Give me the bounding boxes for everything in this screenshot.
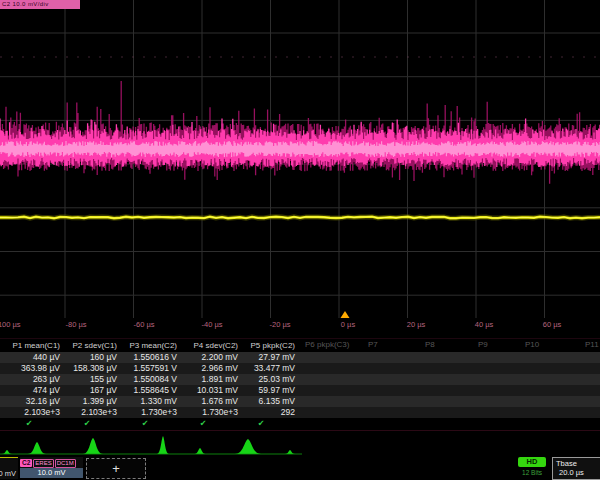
channel-descriptor-c2[interactable]: C2 ERES DC1M 10.0 mV [20, 457, 83, 478]
measure-row: 263 µV155 µV1.550084 V1.891 mV25.03 mV [0, 374, 600, 385]
c2-scale-value: 10.0 mV [20, 468, 83, 478]
param-header-p4[interactable]: P4 sdev(C2) [178, 340, 239, 352]
measure-row: 363.98 µV158.308 µV1.557591 V2.966 mV33.… [0, 363, 600, 374]
time-axis-label: -80 µs [66, 320, 87, 329]
hd-mode-badge[interactable]: HD [518, 457, 546, 467]
measurement-value: 1.676 mV [178, 396, 239, 407]
time-axis-label: -20 µs [270, 320, 291, 329]
measurement-value: 2.200 mV [178, 352, 239, 363]
measurement-value: 1.330 mV [118, 396, 178, 407]
measurement-value: 2.966 mV [178, 363, 239, 374]
measure-row: 474 µV167 µV1.558645 V10.031 mV59.97 mV [0, 385, 600, 396]
timebase-scale-value: 20.0 µs [553, 468, 600, 477]
descriptor-bar: DC1M 10.0 mV C2 ERES DC1M 10.0 mV + HD 1… [0, 456, 600, 480]
trace-c2 [0, 141, 600, 157]
param-header-p11-inactive[interactable]: P11 [585, 340, 599, 349]
c2-channel-badge: C2 [20, 459, 32, 467]
time-axis: -100 µs-80 µs-60 µs-40 µs-20 µs0 µs20 µs… [0, 320, 600, 334]
measurement-value: 33.477 mV [239, 363, 296, 374]
time-axis-label: -40 µs [202, 320, 223, 329]
param-header-p7-inactive[interactable]: P7 [368, 340, 378, 349]
measurement-value: 1.891 mV [178, 374, 239, 385]
measurement-value: 25.03 mV [239, 374, 296, 385]
time-axis-label: -100 µs [0, 320, 21, 329]
measurement-value: 2.103e+3 [61, 407, 118, 418]
param-header-p9-inactive[interactable]: P9 [478, 340, 488, 349]
param-header-p1[interactable]: P1 mean(C1) [0, 340, 61, 352]
hd-bits-label: 12 Bits [515, 469, 549, 476]
time-axis-label: 60 µs [543, 320, 562, 329]
param-header-p3[interactable]: P3 mean(C2) [118, 340, 178, 352]
param-header-row: P1 mean(C1)P2 sdev(C1)P3 mean(C2)P4 sdev… [0, 340, 600, 352]
measure-table: P1 mean(C1)P2 sdev(C1)P3 mean(C2)P4 sdev… [0, 340, 600, 430]
measurement-value: 263 µV [0, 374, 61, 385]
measurement-value: 32.16 µV [0, 396, 61, 407]
c1-descriptor-content: DC1M 10.0 mV [0, 458, 18, 479]
measurement-value: 2.103e+3 [0, 407, 61, 418]
table-top-separator [0, 338, 600, 339]
measurement-value: 1.730e+3 [178, 407, 239, 418]
measurement-value: 6.135 mV [239, 396, 296, 407]
status-check-icon: ✔ [0, 418, 58, 429]
histogram-trace [2, 436, 295, 454]
trace-label-c2[interactable]: C2 10.0 mV/div [0, 0, 80, 9]
measurement-value: 1.550084 V [118, 374, 178, 385]
measurement-value: 363.98 µV [0, 363, 61, 374]
param-header-p10-inactive[interactable]: P10 [525, 340, 539, 349]
measure-row: 2.103e+32.103e+31.730e+31.730e+3292 [0, 407, 600, 418]
measurement-value: 1.557591 V [118, 363, 178, 374]
param-header-p5[interactable]: P5 pkpk(C2) [239, 340, 296, 352]
table-bottom-separator [0, 430, 600, 431]
status-check-icon: ✔ [174, 418, 232, 429]
status-check-icon: ✔ [232, 418, 290, 429]
param-header-p8-inactive[interactable]: P8 [425, 340, 435, 349]
status-check-icon: ✔ [116, 418, 174, 429]
time-axis-label: -60 µs [134, 320, 155, 329]
oscilloscope-screen: C2 10.0 mV/div -100 µs-80 µs-60 µs-40 µs… [0, 0, 600, 480]
c2-coupling-badge: DC1M [55, 459, 76, 468]
measurement-value: 440 µV [0, 352, 61, 363]
c1-scale-value: 10.0 mV [0, 469, 18, 479]
measurement-value: 167 µV [61, 385, 118, 396]
time-axis-label: 0 µs [341, 320, 355, 329]
measurement-value: 1.730e+3 [118, 407, 178, 418]
channel-descriptor-c1[interactable]: DC1M 10.0 mV [0, 457, 18, 479]
measurement-value: 155 µV [61, 374, 118, 385]
time-axis-label: 40 µs [475, 320, 494, 329]
measurement-value: 1.550616 V [118, 352, 178, 363]
status-row: ✔✔✔✔✔ [0, 418, 600, 429]
measure-row: 440 µV160 µV1.550616 V2.200 mV27.97 mV [0, 352, 600, 363]
measure-row: 32.16 µV1.399 µV1.330 mV1.676 mV6.135 mV [0, 396, 600, 407]
measurement-value: 160 µV [61, 352, 118, 363]
param-header-p2[interactable]: P2 sdev(C1) [61, 340, 118, 352]
status-check-icon: ✔ [58, 418, 116, 429]
measurement-value: 59.97 mV [239, 385, 296, 396]
measurement-value: 1.558645 V [118, 385, 178, 396]
trigger-time-marker[interactable] [341, 311, 350, 318]
c2-eres-badge: ERES [33, 459, 53, 468]
param-header-p6-inactive[interactable]: P6 pkpk(C3) [305, 340, 349, 349]
measurement-value: 292 [239, 407, 296, 418]
measurement-value: 10.031 mV [178, 385, 239, 396]
measurement-value: 27.97 mV [239, 352, 296, 363]
add-trace-button[interactable]: + [86, 458, 146, 479]
timebase-descriptor[interactable]: Tbase 20.0 µs [552, 457, 600, 480]
timebase-label: Tbase [553, 458, 600, 468]
measurement-value: 158.308 µV [61, 363, 118, 374]
measurement-value: 474 µV [0, 385, 61, 396]
time-axis-label: 20 µs [407, 320, 426, 329]
measurement-value: 1.399 µV [61, 396, 118, 407]
